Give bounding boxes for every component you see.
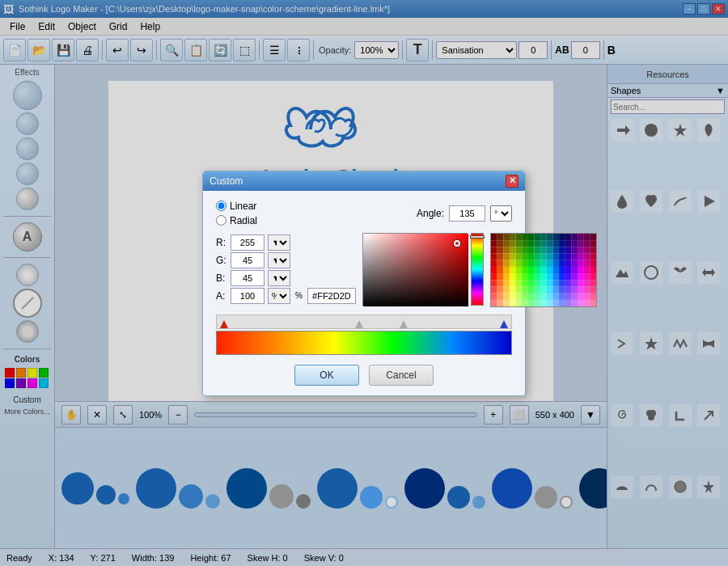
color-gradient-area xyxy=(362,233,484,310)
angle-label: Angle: xyxy=(417,208,444,219)
r-input[interactable] xyxy=(231,234,265,251)
rgba-controls: R: ▼ G: ▼ B: ▼ A: xyxy=(216,233,356,310)
radio-radial-row: Radial xyxy=(216,215,257,226)
b-row: B: ▼ xyxy=(216,270,356,286)
stop-marker-mid[interactable] xyxy=(355,320,363,328)
modal-overlay: Custom ✕ Linear Radial Angle: xyxy=(0,0,728,566)
gradient-picker-box[interactable] xyxy=(362,233,468,306)
b-label: B: xyxy=(216,272,227,284)
dialog-close-btn[interactable]: ✕ xyxy=(506,175,518,188)
dialog-body: Linear Radial Angle: ° xyxy=(203,191,525,395)
b-input[interactable] xyxy=(231,270,265,286)
custom-dialog: Custom ✕ Linear Radial Angle: xyxy=(202,171,526,396)
gradient-preview-bar[interactable] xyxy=(216,331,512,355)
radio-group: Linear Radial xyxy=(216,201,257,226)
stop-marker-red[interactable] xyxy=(220,320,228,328)
radio-linear-label: Linear xyxy=(230,201,256,212)
radio-radial[interactable] xyxy=(216,215,226,226)
angle-input[interactable] xyxy=(449,205,485,222)
r-label: R: xyxy=(216,237,227,248)
a-percent: % xyxy=(295,291,303,300)
r-row: R: ▼ xyxy=(216,234,356,251)
r-combo[interactable]: ▼ xyxy=(268,234,290,251)
angle-unit-combo[interactable]: ° xyxy=(490,205,512,222)
a-input[interactable] xyxy=(231,288,265,304)
cancel-button[interactable]: Cancel xyxy=(369,365,434,386)
angle-row: Angle: ° xyxy=(417,205,512,222)
dialog-titlebar: Custom ✕ xyxy=(203,171,525,191)
a-row: A: % % xyxy=(216,288,356,304)
dialog-buttons: OK Cancel xyxy=(216,365,512,386)
g-label: G: xyxy=(216,255,227,266)
ok-button[interactable]: OK xyxy=(294,365,359,386)
hex-input[interactable] xyxy=(307,288,356,304)
stop-marker-blue[interactable] xyxy=(500,320,508,328)
radio-linear[interactable] xyxy=(216,201,226,211)
g-input[interactable] xyxy=(231,252,265,268)
gradient-picker-cursor xyxy=(454,240,460,247)
dialog-title: Custom xyxy=(210,175,243,187)
dialog-top-row: Linear Radial Angle: ° xyxy=(216,201,512,226)
b-combo[interactable]: ▼ xyxy=(268,270,290,286)
a-unit-combo[interactable]: % xyxy=(268,288,290,304)
picker-area: R: ▼ G: ▼ B: ▼ A: xyxy=(216,233,512,310)
hue-strip[interactable] xyxy=(471,233,484,306)
palette-canvas[interactable] xyxy=(490,233,597,307)
hue-cursor xyxy=(470,235,485,239)
gradient-stops-section xyxy=(216,315,512,355)
g-combo[interactable]: ▼ xyxy=(268,252,290,268)
color-palette-area[interactable] xyxy=(490,233,597,310)
radio-linear-row: Linear xyxy=(216,201,257,212)
a-label: A: xyxy=(216,290,227,302)
gradient-stops-bar[interactable] xyxy=(216,315,512,329)
g-row: G: ▼ xyxy=(216,252,356,268)
stop-marker-right[interactable] xyxy=(400,320,408,328)
radio-radial-label: Radial xyxy=(230,215,257,226)
